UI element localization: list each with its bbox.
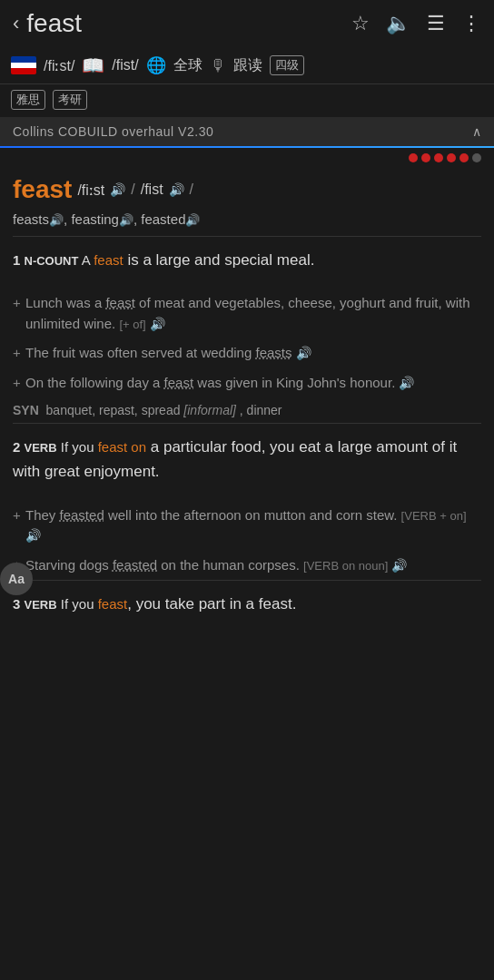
example-1a-keyword: feast <box>105 295 135 310</box>
def-1-header: 1 N-COUNT A feast is a large and special… <box>13 248 481 272</box>
example-2b-keyword: feasted <box>113 557 157 573</box>
example-2a-speaker[interactable]: 🔊 <box>25 528 41 543</box>
example-1c-speaker[interactable]: 🔊 <box>399 376 414 390</box>
dot-4 <box>447 153 456 162</box>
dot-3 <box>434 153 443 162</box>
example-1c: On the following day a feast was given i… <box>0 368 494 398</box>
example-2a-keyword: feasted <box>60 507 104 523</box>
more-icon[interactable]: ⋮ <box>461 12 481 35</box>
dot-6 <box>472 153 481 162</box>
speaker-icon[interactable]: 🔈 <box>386 12 410 35</box>
example-2b: Starving dogs feasted on the human corps… <box>0 551 494 581</box>
form-feasted: feasted <box>141 211 185 227</box>
def-3-header: 3 VERB If you feast, you take part in a … <box>13 592 481 616</box>
collapse-icon[interactable]: ∧ <box>472 124 482 139</box>
example-1a: Lunch was a feast of meat and vegetables… <box>0 289 494 338</box>
form-feasted-speaker[interactable]: 🔊 <box>185 213 200 227</box>
form-feasting: feasting <box>71 211 119 227</box>
page-title: feast <box>26 9 82 38</box>
section-header: Collins COBUILD overhaul V2.30 ∧ <box>0 117 494 146</box>
uk-word-speaker[interactable]: 🔊 <box>110 182 125 197</box>
example-1b: The fruit was often served at wedding fe… <box>0 338 494 368</box>
uk-word-phonetic: /fiːst <box>77 181 104 199</box>
syn-line-1: SYN banquet, repast, spread [informal] ,… <box>0 397 494 423</box>
reader-icon[interactable]: ☰ <box>427 12 445 35</box>
progress-dots <box>0 148 494 164</box>
word-forms: feasts🔊, feasting🔊, feasted🔊 <box>0 211 494 236</box>
tag-kaoyan: 考研 <box>53 90 87 110</box>
word-header: feast /fiːst 🔊 / /fist 🔊 / <box>0 164 494 211</box>
globe-icon: 🌐 <box>146 55 166 75</box>
dot-5 <box>459 153 469 162</box>
tag-ielts: 雅思 <box>11 90 45 110</box>
back-button[interactable]: ‹ <box>13 12 19 35</box>
floating-aa-button[interactable]: Aa <box>0 563 33 595</box>
mic-icon: 🎙 <box>210 56 226 75</box>
follow-label: 跟读 <box>233 56 262 75</box>
dot-2 <box>421 153 430 162</box>
us-word-speaker[interactable]: 🔊 <box>169 182 184 197</box>
word-main: feast /fiːst 🔊 / /fist 🔊 / <box>13 175 481 204</box>
form-feasts-speaker[interactable]: 🔊 <box>49 213 64 227</box>
global-label: 全球 <box>173 56 203 75</box>
uk-phonetic: /fiːst/ <box>44 57 74 74</box>
bookmark-icon[interactable]: ☆ <box>351 12 370 35</box>
definition-3: 3 VERB If you feast, you take part in a … <box>0 581 494 632</box>
definition-2: 2 VERB If you feast on a particular food… <box>0 424 494 500</box>
example-2b-speaker[interactable]: 🔊 <box>391 558 407 573</box>
top-bar-icons: ☆ 🔈 ☰ ⋮ <box>351 12 481 35</box>
word-title: feast <box>13 175 72 204</box>
example-1b-keyword: feasts <box>255 345 291 360</box>
us-phonetic: /fist/ <box>112 57 138 74</box>
uk-flag-icon <box>11 56 36 74</box>
form-feasts: feasts <box>13 211 49 227</box>
dictionary-icon: 📖 <box>82 54 104 76</box>
tag-row: 雅思 考研 <box>0 84 494 117</box>
level-tag: 四级 <box>270 55 304 75</box>
example-1b-speaker[interactable]: 🔊 <box>296 346 311 360</box>
section-title: Collins COBUILD overhaul V2.30 <box>13 124 213 139</box>
pronunciation-bar: /fiːst/ 📖 /fist/ 🌐 全球 🎙 跟读 四级 <box>0 47 494 84</box>
top-bar-left: ‹ feast <box>13 9 82 38</box>
form-feasting-speaker[interactable]: 🔊 <box>119 213 133 227</box>
example-1c-keyword: feast <box>164 375 194 390</box>
top-bar: ‹ feast ☆ 🔈 ☰ ⋮ <box>0 0 494 47</box>
example-2a: They feasted well into the afternoon on … <box>0 501 494 551</box>
definition-1: 1 N-COUNT A feast is a large and special… <box>0 237 494 289</box>
dot-1 <box>409 153 418 162</box>
us-word-phonetic: /fist <box>141 181 163 198</box>
def-2-header: 2 VERB If you feast on a particular food… <box>13 435 481 484</box>
example-1a-speaker[interactable]: 🔊 <box>150 317 165 331</box>
